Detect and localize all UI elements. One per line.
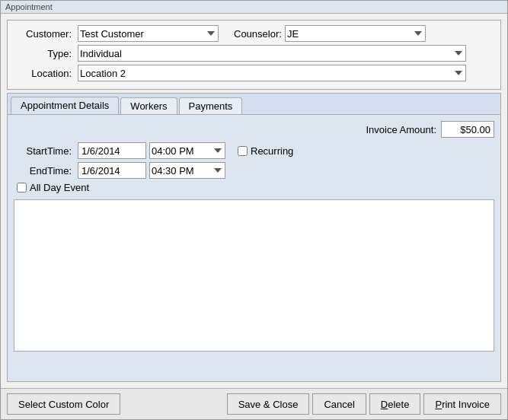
- customer-label: Customer:: [14, 28, 75, 40]
- recurring-checkbox[interactable]: [238, 146, 248, 156]
- start-date-input[interactable]: [78, 142, 146, 159]
- type-row: Type: Individual: [14, 45, 494, 62]
- select-custom-color-button[interactable]: Select Custom Color: [7, 393, 120, 415]
- counselor-select[interactable]: JE: [285, 25, 426, 42]
- start-time-label: StartTime:: [14, 145, 75, 157]
- end-time-label: EndTime:: [14, 165, 75, 177]
- dialog-footer: Select Custom Color Save & Close Cancel …: [1, 388, 507, 419]
- end-time-row: EndTime: 04:30 PM: [14, 162, 494, 179]
- customer-select[interactable]: Test Customer: [78, 25, 219, 42]
- location-row: Location: Location 2: [14, 65, 494, 81]
- location-label: Location:: [14, 68, 75, 79]
- notes-textarea[interactable]: [14, 199, 494, 352]
- invoice-amount-row: Invoice Amount:: [14, 121, 494, 138]
- tabs-container: Appointment Details Workers Payments Inv…: [7, 93, 501, 382]
- tab-content-appointment-details: Invoice Amount: StartTime: 04:00 PM Recu…: [8, 114, 500, 381]
- appointment-dialog: Appointment Customer: Test Customer Coun…: [0, 0, 508, 420]
- start-time-select[interactable]: 04:00 PM: [149, 142, 225, 159]
- location-select[interactable]: Location 2: [78, 65, 466, 81]
- customer-row: Customer: Test Customer Counselor: JE: [14, 25, 494, 42]
- title-text: Appointment: [5, 2, 53, 11]
- dialog-title: Appointment: [1, 1, 507, 14]
- invoice-amount-input[interactable]: [441, 121, 494, 138]
- recurring-row: Recurring: [238, 145, 293, 157]
- invoice-amount-label: Invoice Amount:: [366, 124, 437, 135]
- all-day-label: All Day Event: [30, 182, 89, 193]
- tab-workers[interactable]: Workers: [120, 97, 177, 114]
- delete-button[interactable]: Delete: [369, 393, 421, 415]
- end-date-input[interactable]: [78, 162, 146, 179]
- dialog-body: Customer: Test Customer Counselor: JE Ty…: [1, 14, 507, 388]
- appointment-fieldset: Customer: Test Customer Counselor: JE Ty…: [7, 20, 501, 90]
- type-label: Type:: [14, 48, 75, 59]
- tab-payments[interactable]: Payments: [179, 97, 243, 114]
- print-invoice-button[interactable]: Print Invoice: [423, 393, 501, 415]
- all-day-checkbox[interactable]: [17, 183, 27, 192]
- start-time-row: StartTime: 04:00 PM Recurring: [14, 142, 494, 159]
- recurring-label: Recurring: [251, 145, 293, 157]
- type-select[interactable]: Individual: [78, 45, 466, 62]
- tabs-header: Appointment Details Workers Payments: [8, 94, 500, 114]
- tab-appointment-details[interactable]: Appointment Details: [11, 97, 119, 114]
- cancel-button[interactable]: Cancel: [312, 393, 366, 415]
- end-time-select[interactable]: 04:30 PM: [149, 162, 225, 179]
- save-close-button[interactable]: Save & Close: [227, 393, 310, 415]
- all-day-row: All Day Event: [17, 182, 494, 193]
- counselor-label: Counselor:: [234, 28, 282, 40]
